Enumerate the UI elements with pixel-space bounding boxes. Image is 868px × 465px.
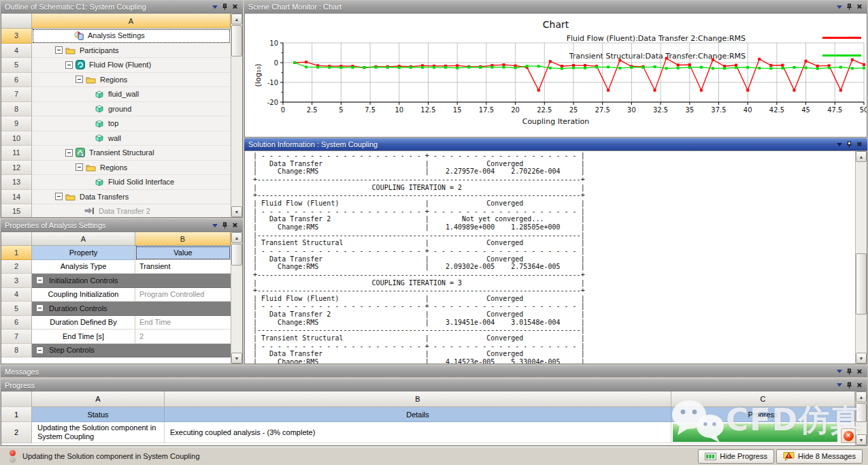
outline-column-header[interactable]: A — [32, 14, 231, 29]
tree-cell[interactable]: Data Transfer 2 — [32, 204, 231, 218]
hide-messages-button[interactable]: ! Hide 8 Messages — [776, 449, 863, 464]
dropdown-icon[interactable] — [834, 367, 844, 376]
collapse-expander[interactable] — [55, 46, 63, 54]
pin-icon[interactable] — [844, 381, 854, 390]
property-value-cell[interactable]: Value — [135, 246, 231, 260]
dropdown-icon[interactable] — [834, 381, 844, 390]
outline-tree-row[interactable]: 5Fluid Flow (Fluent) — [1, 58, 231, 73]
tree-cell[interactable]: wall — [32, 131, 231, 146]
properties-row[interactable]: 1PropertyValue — [1, 246, 231, 260]
property-group-header[interactable]: Duration Controls — [32, 302, 231, 316]
collapse-expander[interactable] — [65, 149, 73, 157]
properties-row[interactable]: 6Duration Defined ByEnd Time — [1, 316, 231, 330]
row-number[interactable]: 3 — [1, 29, 32, 44]
properties-column-header-a[interactable]: A — [32, 232, 135, 246]
collapse-expander[interactable] — [36, 304, 44, 312]
row-number[interactable]: 11 — [1, 146, 32, 161]
progress-column-header-b[interactable]: B — [165, 391, 671, 407]
dropdown-icon[interactable] — [834, 2, 844, 12]
tree-cell[interactable]: Regions — [32, 161, 231, 176]
row-number[interactable]: 3 — [1, 274, 32, 288]
tree-cell[interactable]: ground — [32, 102, 231, 117]
row-number[interactable]: 2 — [1, 260, 32, 274]
close-icon[interactable]: ✕ — [230, 221, 240, 230]
pin-icon[interactable] — [220, 221, 230, 230]
property-name-cell[interactable]: Property — [32, 246, 135, 260]
scroll-up-button[interactable]: ▲ — [856, 151, 867, 162]
property-value-cell[interactable]: End Time — [135, 316, 231, 330]
stop-button[interactable]: ✕ — [841, 428, 856, 443]
tree-cell[interactable]: Fluid Flow (Fluent) — [32, 58, 231, 73]
close-icon[interactable]: ✕ — [854, 381, 865, 390]
row-number[interactable]: 7 — [1, 330, 32, 344]
outline-tree-row[interactable]: 9top — [1, 116, 231, 131]
properties-row[interactable]: 8Step Controls — [1, 344, 231, 358]
pin-icon[interactable] — [220, 2, 230, 12]
tree-cell[interactable]: Data Transfers — [32, 190, 231, 205]
scroll-up-button[interactable]: ▲ — [856, 391, 867, 402]
close-icon[interactable]: ✕ — [854, 140, 865, 149]
row-number[interactable]: 6 — [1, 73, 32, 88]
property-value-cell[interactable]: 2 — [135, 330, 231, 344]
solution-scrollbar[interactable]: ▲ ▼ — [855, 151, 867, 364]
pin-icon[interactable] — [844, 367, 854, 376]
scroll-down-button[interactable]: ▼ — [231, 206, 242, 217]
row-number[interactable]: 5 — [1, 302, 32, 316]
properties-row[interactable]: 4Coupling InitializationProgram Controll… — [1, 288, 231, 302]
row-number[interactable]: 4 — [1, 44, 32, 59]
progress-scrollbar[interactable]: ▲ ▼ — [855, 391, 867, 445]
collapse-expander[interactable] — [55, 193, 63, 200]
scroll-thumb[interactable] — [231, 25, 242, 57]
outline-tree-row[interactable]: 11Transient Structural — [1, 146, 231, 161]
collapse-expander[interactable] — [65, 61, 73, 69]
row-number[interactable]: 8 — [1, 344, 32, 358]
dropdown-icon[interactable] — [210, 2, 220, 12]
outline-tree-row[interactable]: 14Data Transfers — [1, 190, 231, 205]
property-name-cell[interactable]: Coupling Initialization — [32, 288, 135, 302]
row-number[interactable]: 8 — [1, 102, 32, 117]
row-number[interactable]: 6 — [1, 316, 32, 330]
row-number[interactable]: 14 — [1, 190, 32, 205]
properties-row[interactable]: 2Analysis TypeTransient — [1, 260, 231, 274]
property-group-header[interactable]: Initialization Controls — [32, 274, 231, 288]
properties-scrollbar[interactable]: ▲ ▼ — [231, 232, 242, 364]
scroll-down-button[interactable]: ▼ — [856, 353, 867, 364]
row-number[interactable]: 12 — [1, 161, 32, 176]
collapse-expander[interactable] — [76, 76, 83, 83]
property-group-header[interactable]: Step Controls — [32, 344, 231, 358]
outline-tree-row[interactable]: 8ground — [1, 102, 231, 117]
property-value-cell[interactable]: Transient — [135, 260, 231, 274]
close-icon[interactable]: ✕ — [854, 367, 865, 376]
outline-tree-row[interactable]: 13Fluid Solid Interface — [1, 175, 231, 190]
hide-progress-button[interactable]: Hide Progress — [698, 449, 774, 464]
collapse-expander[interactable] — [36, 276, 44, 284]
outline-tree-row[interactable]: 6Regions — [1, 73, 231, 88]
properties-row[interactable]: 3Initialization Controls — [1, 274, 231, 288]
outline-tree-row[interactable]: 15Data Transfer 2 — [1, 204, 231, 218]
row-number[interactable]: 10 — [1, 131, 32, 146]
tree-cell[interactable]: Regions — [32, 73, 231, 88]
property-name-cell[interactable]: Duration Defined By — [32, 316, 135, 330]
outline-tree-row[interactable]: 4Participants — [1, 44, 231, 59]
close-icon[interactable]: ✕ — [854, 2, 865, 12]
progress-column-header-c[interactable]: C — [671, 391, 855, 407]
row-number[interactable]: 5 — [1, 58, 32, 73]
outline-tree-row[interactable]: 12Regions — [1, 161, 231, 176]
row-number[interactable]: 1 — [1, 246, 32, 260]
row-number[interactable]: 4 — [1, 288, 32, 302]
properties-row[interactable]: 5Duration Controls — [1, 302, 231, 316]
properties-row[interactable]: 7End Time [s]2 — [1, 330, 231, 344]
outline-tree-row[interactable]: 7fluid_wall — [1, 87, 231, 102]
collapse-expander[interactable] — [36, 347, 44, 354]
outline-scrollbar[interactable]: ▲ ▼ — [231, 14, 242, 217]
properties-column-header-b[interactable]: B — [135, 232, 231, 246]
row-number[interactable]: 9 — [1, 116, 32, 131]
outline-tree-row[interactable]: 3Analysis Settings — [1, 29, 231, 44]
property-name-cell[interactable]: End Time [s] — [32, 330, 135, 344]
collapse-expander[interactable] — [76, 163, 83, 171]
property-name-cell[interactable]: Analysis Type — [32, 260, 135, 274]
tree-cell[interactable]: Participants — [32, 44, 231, 59]
pin-icon[interactable] — [844, 2, 854, 12]
scroll-thumb[interactable] — [231, 244, 242, 266]
scroll-up-button[interactable]: ▲ — [231, 14, 242, 25]
